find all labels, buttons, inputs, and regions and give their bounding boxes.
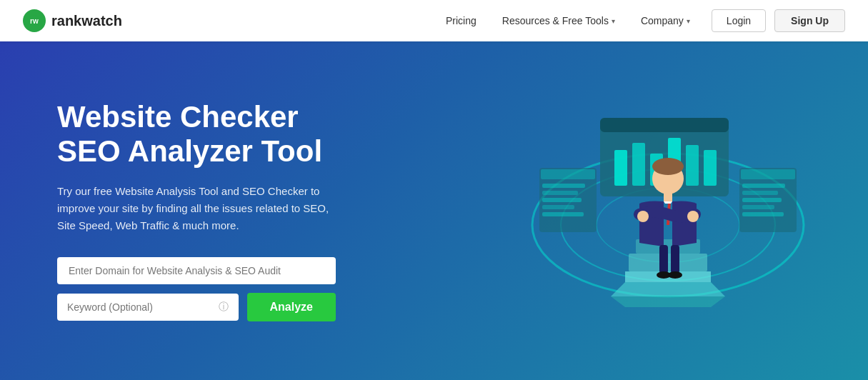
svg-rect-30 xyxy=(742,205,774,209)
svg-rect-28 xyxy=(742,191,778,195)
svg-rect-31 xyxy=(742,212,784,216)
chevron-down-icon: ▾ xyxy=(687,17,690,25)
svg-point-37 xyxy=(637,211,649,222)
hero-section: Website Checker SEO Analyzer Tool Try ou… xyxy=(0,41,868,380)
svg-rect-16 xyxy=(686,145,699,186)
hero-illustration xyxy=(497,61,839,361)
login-button[interactable]: Login xyxy=(712,9,766,32)
svg-rect-17 xyxy=(704,150,717,186)
svg-rect-29 xyxy=(742,198,782,202)
hero-content: Website Checker SEO Analyzer Tool Try ou… xyxy=(0,100,400,322)
svg-point-42 xyxy=(668,271,682,279)
nav-company[interactable]: Company ▾ xyxy=(631,11,700,31)
chevron-down-icon: ▾ xyxy=(612,17,615,25)
svg-rect-39 xyxy=(659,245,668,274)
keyword-row: ⓘ Analyze xyxy=(57,293,336,321)
analyze-button[interactable]: Analyze xyxy=(247,293,336,321)
keyword-input-container: ⓘ xyxy=(57,294,239,321)
logo-text: rankwatch xyxy=(51,13,122,29)
svg-marker-6 xyxy=(611,296,725,307)
svg-rect-40 xyxy=(671,245,679,274)
info-icon[interactable]: ⓘ xyxy=(219,301,229,314)
svg-rect-19 xyxy=(541,169,595,179)
keyword-input[interactable] xyxy=(67,301,219,313)
svg-rect-26 xyxy=(741,169,795,179)
hero-subtitle: Try our free Website Analysis Tool and S… xyxy=(57,183,343,234)
logo[interactable]: rw rankwatch xyxy=(23,9,122,32)
svg-point-33 xyxy=(652,158,684,175)
svg-point-38 xyxy=(687,211,699,222)
svg-marker-36 xyxy=(664,201,672,204)
svg-rect-27 xyxy=(742,184,785,188)
nav-pricing[interactable]: Pricing xyxy=(436,11,487,31)
svg-rect-34 xyxy=(664,191,672,201)
hero-title: Website Checker SEO Analyzer Tool xyxy=(57,100,343,169)
svg-rect-11 xyxy=(600,118,729,132)
logo-icon: rw xyxy=(23,9,46,32)
svg-rect-12 xyxy=(614,150,627,186)
domain-input[interactable] xyxy=(69,265,324,276)
svg-rect-13 xyxy=(632,143,645,186)
svg-rect-23 xyxy=(542,205,574,209)
svg-rect-22 xyxy=(542,198,582,202)
navbar: rw rankwatch Pricing Resources & Free To… xyxy=(0,0,868,41)
signup-button[interactable]: Sign Up xyxy=(774,9,845,32)
svg-text:rw: rw xyxy=(30,17,39,25)
nav-links: Pricing Resources & Free Tools ▾ Company… xyxy=(436,9,845,32)
domain-input-container xyxy=(57,257,336,284)
svg-marker-5 xyxy=(611,282,725,296)
svg-rect-24 xyxy=(542,212,584,216)
nav-resources[interactable]: Resources & Free Tools ▾ xyxy=(492,11,625,31)
svg-rect-20 xyxy=(542,184,585,188)
svg-rect-21 xyxy=(542,191,578,195)
